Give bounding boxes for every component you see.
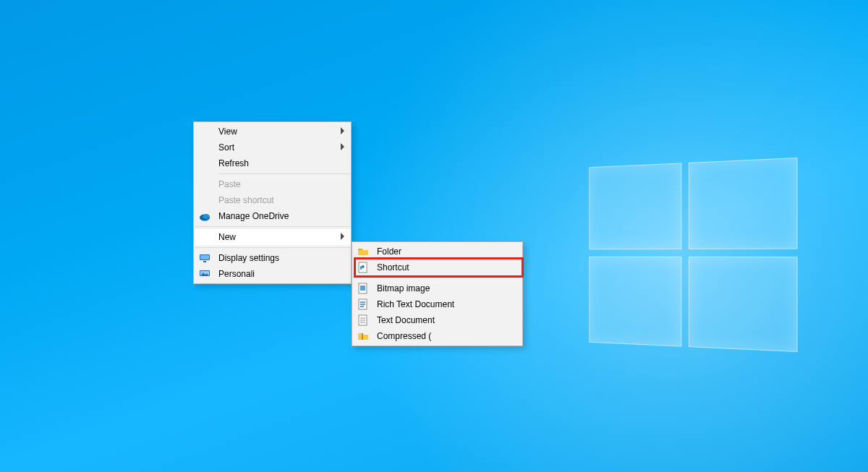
- bitmap-icon: [357, 283, 369, 294]
- personalize-icon: [199, 268, 210, 280]
- menu-label: View: [218, 126, 237, 137]
- menu-separator: [218, 173, 350, 174]
- chevron-right-icon: [341, 233, 345, 240]
- menu-item-refresh[interactable]: Refresh: [194, 155, 351, 171]
- onedrive-icon: [199, 210, 210, 222]
- menu-label: Paste: [218, 179, 241, 189]
- svg-rect-9: [360, 286, 365, 291]
- menu-label: Refresh: [218, 158, 249, 168]
- svg-rect-4: [203, 261, 206, 262]
- submenu-item-bitmap[interactable]: Bitmap image: [352, 280, 522, 296]
- zip-icon: [357, 330, 369, 342]
- menu-item-paste: Paste: [194, 176, 351, 192]
- svg-rect-12: [362, 333, 363, 340]
- menu-item-paste-shortcut: Paste shortcut: [194, 192, 351, 208]
- menu-label: Folder: [377, 246, 401, 257]
- menu-item-display-settings[interactable]: Display settings: [194, 250, 351, 266]
- windows-logo: [589, 158, 796, 352]
- menu-label: Paste shortcut: [218, 195, 274, 205]
- menu-label: Shortcut: [377, 262, 409, 273]
- menu-label: Personali: [218, 269, 255, 279]
- menu-label: Manage OneDrive: [218, 211, 289, 221]
- menu-item-sort[interactable]: Sort: [194, 140, 351, 155]
- rtf-icon: [357, 299, 369, 310]
- svg-point-1: [203, 214, 210, 219]
- shortcut-icon: [357, 262, 369, 273]
- menu-label: Sort: [218, 142, 234, 153]
- menu-item-view[interactable]: View: [194, 124, 351, 140]
- desktop-context-menu: View Sort Refresh Paste Paste shortcut M: [193, 121, 352, 284]
- submenu-item-zip[interactable]: Compressed (: [352, 328, 522, 344]
- menu-separator: [195, 226, 350, 227]
- svg-rect-3: [200, 255, 209, 259]
- menu-label: Compressed (: [377, 331, 431, 341]
- menu-label: Bitmap image: [377, 283, 430, 293]
- menu-separator: [353, 278, 522, 278]
- menu-item-new[interactable]: New: [194, 229, 351, 245]
- submenu-item-txt[interactable]: Text Document: [352, 312, 522, 328]
- menu-item-personalize[interactable]: Personali: [194, 266, 351, 282]
- menu-label: Display settings: [218, 253, 279, 263]
- txt-icon: [357, 314, 369, 326]
- desktop-wallpaper[interactable]: View Sort Refresh Paste Paste shortcut M: [0, 0, 868, 472]
- submenu-item-rtf[interactable]: Rich Text Document: [352, 296, 522, 312]
- submenu-item-folder[interactable]: Folder: [352, 244, 522, 259]
- menu-label: Text Document: [377, 315, 435, 325]
- new-submenu: Folder Shortcut Bitmap image Rich Text D…: [352, 241, 523, 346]
- menu-label: New: [218, 232, 236, 242]
- display-icon: [199, 252, 210, 264]
- folder-icon: [357, 246, 369, 257]
- menu-label: Rich Text Document: [377, 299, 454, 309]
- chevron-right-icon: [341, 143, 345, 150]
- submenu-item-shortcut[interactable]: Shortcut: [352, 259, 522, 275]
- menu-item-manage-onedrive[interactable]: Manage OneDrive: [194, 208, 351, 224]
- menu-separator: [195, 247, 350, 248]
- chevron-right-icon: [341, 127, 345, 134]
